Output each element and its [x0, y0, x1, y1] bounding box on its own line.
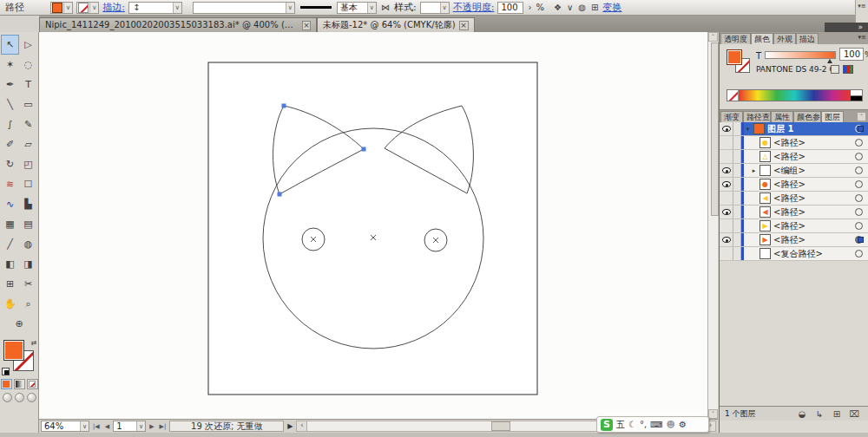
- stroke-link[interactable]: 描边:: [102, 1, 125, 14]
- lock-cell[interactable]: [733, 205, 741, 218]
- layer-row[interactable]: ●<路径>: [720, 136, 868, 150]
- lock-cell[interactable]: [733, 178, 741, 191]
- free-transform-tool[interactable]: ☐: [19, 174, 37, 194]
- stroke-variable-combo[interactable]: 基本 ∨: [337, 2, 377, 14]
- layer-row[interactable]: ▶<路径>: [720, 233, 868, 247]
- color-fill-stroke[interactable]: [727, 49, 753, 75]
- new-sublayer-icon[interactable]: ↳: [811, 409, 828, 419]
- layer-row[interactable]: ◀<路径>: [720, 192, 868, 205]
- none-mode-button[interactable]: [27, 379, 38, 389]
- status-expand-icon[interactable]: ▶: [286, 422, 294, 430]
- vertical-scrollbar[interactable]: ˄ ˅: [707, 32, 718, 419]
- tab-color-guide[interactable]: 颜色参: [793, 111, 821, 122]
- artboard-target-tool[interactable]: ⊕: [10, 314, 29, 334]
- lasso-tool[interactable]: ◌: [19, 55, 37, 75]
- user-icon[interactable]: ☻: [667, 420, 675, 429]
- lock-cell[interactable]: [733, 150, 741, 163]
- scroll-up-icon[interactable]: ˄: [708, 32, 718, 42]
- fill-swatch[interactable]: [3, 340, 24, 361]
- gradient-mode-button[interactable]: [14, 379, 25, 389]
- transform-link[interactable]: 变换: [602, 1, 621, 14]
- visibility-cell[interactable]: [720, 164, 733, 177]
- target-circle[interactable]: [855, 153, 863, 160]
- recolor-artwork-icon[interactable]: ❖: [553, 3, 562, 12]
- tab-appearance[interactable]: 外观: [773, 33, 796, 44]
- warp-tool[interactable]: ≋: [1, 174, 19, 194]
- paintbrush-tool[interactable]: ∫: [1, 114, 19, 134]
- default-fill-stroke-icon[interactable]: [2, 368, 10, 375]
- column-graph-tool[interactable]: ▙: [19, 194, 37, 214]
- stroke-color-combo[interactable]: ∨: [76, 2, 99, 14]
- visibility-cell[interactable]: [720, 150, 733, 163]
- fullscreen-menu-button[interactable]: [15, 393, 24, 402]
- target-circle[interactable]: [855, 166, 863, 174]
- sogou-logo-icon[interactable]: S: [601, 419, 613, 431]
- fullscreen-button[interactable]: [27, 393, 36, 402]
- blob-brush-tool[interactable]: ✐: [1, 134, 19, 154]
- live-paint-selection-tool[interactable]: ◨: [19, 254, 37, 274]
- last-artboard-button[interactable]: ▶|: [158, 423, 168, 430]
- visibility-cell[interactable]: [720, 122, 733, 135]
- target-circle[interactable]: [855, 250, 863, 258]
- width-profile-icon[interactable]: ⋈: [380, 3, 391, 12]
- white-black-swatches[interactable]: [851, 90, 862, 101]
- stepper-icon[interactable]: ↕: [132, 3, 141, 12]
- opacity-dropdown-icon[interactable]: ›: [527, 3, 532, 12]
- visibility-cell[interactable]: [720, 205, 733, 218]
- visibility-cell[interactable]: [720, 178, 733, 191]
- adjust-colors-icon[interactable]: ◍: [577, 3, 587, 12]
- vertical-scroll-thumb[interactable]: [711, 42, 719, 216]
- tint-slider-handle[interactable]: [827, 59, 832, 63]
- close-icon[interactable]: ×: [302, 21, 311, 30]
- scroll-down-icon[interactable]: ˅: [708, 409, 718, 419]
- next-artboard-button[interactable]: ▶: [148, 423, 155, 430]
- style-combo[interactable]: ∨: [420, 2, 450, 14]
- zoom-tool[interactable]: ⌕: [19, 294, 37, 314]
- lock-cell[interactable]: [733, 192, 741, 205]
- tab-color[interactable]: 颜色: [751, 33, 773, 44]
- layer-row[interactable]: ◀<路径>: [720, 205, 868, 219]
- prev-artboard-button[interactable]: ◀: [103, 423, 111, 430]
- close-icon[interactable]: ×: [459, 21, 469, 30]
- tab-transparency[interactable]: 透明度: [720, 33, 751, 44]
- stroke-weight-combo[interactable]: ↕ ∨: [128, 2, 182, 14]
- normal-screen-button[interactable]: [3, 393, 12, 402]
- opacity-input[interactable]: 100: [497, 2, 523, 14]
- document-tab-active[interactable]: 未标题-12* @ 64% (CMYK/轮廓) ×: [317, 17, 475, 32]
- none-swatch[interactable]: [727, 90, 739, 101]
- scroll-up-icon[interactable]: ˄: [857, 112, 866, 121]
- target-circle[interactable]: [855, 222, 863, 230]
- canvas[interactable]: [39, 32, 707, 419]
- tint-value-input[interactable]: 100: [839, 48, 864, 61]
- new-layer-icon[interactable]: ⊞: [828, 409, 845, 419]
- lock-cell[interactable]: [733, 233, 741, 246]
- target-circle[interactable]: [855, 194, 863, 202]
- rectangle-tool[interactable]: ▭: [19, 95, 37, 114]
- blend-tool[interactable]: ◍: [19, 234, 37, 254]
- chevron-down-icon[interactable]: ∨: [566, 3, 574, 12]
- fill-swatch[interactable]: [727, 49, 742, 65]
- pen-tool[interactable]: ✒: [1, 75, 19, 95]
- settings-wrench-icon[interactable]: ⚙: [679, 420, 687, 429]
- pencil-tool[interactable]: ✎: [19, 114, 37, 134]
- layer-row[interactable]: ▶<路径>: [720, 219, 868, 233]
- rotate-tool[interactable]: ↻: [1, 154, 19, 174]
- black-swatch[interactable]: [851, 96, 862, 101]
- clipping-mask-icon[interactable]: ◒: [793, 409, 811, 419]
- visibility-cell[interactable]: [720, 247, 733, 260]
- tab-pathfinder[interactable]: 路径查: [743, 111, 771, 122]
- fullwidth-moon-icon[interactable]: ☾: [628, 420, 636, 429]
- swap-fill-stroke-icon[interactable]: ⇄: [31, 339, 37, 347]
- document-tab-inactive[interactable]: Nipic_1411249_20100202003515033183.ai* @…: [39, 17, 317, 32]
- tab-layers[interactable]: 图层: [821, 111, 844, 122]
- direct-selection-tool[interactable]: ▷: [19, 35, 37, 55]
- spectrum-ramp[interactable]: [739, 90, 851, 101]
- layer-row[interactable]: <复合路径>: [720, 247, 868, 261]
- scroll-left-icon[interactable]: ‹: [297, 421, 307, 431]
- collapse-panels-button[interactable]: »: [825, 23, 868, 32]
- live-paint-bucket-tool[interactable]: ◧: [1, 254, 19, 274]
- eraser-tool[interactable]: ▱: [19, 134, 37, 154]
- lock-cell[interactable]: [733, 164, 741, 177]
- magic-wand-tool[interactable]: ✶: [1, 55, 19, 75]
- control-bar-menu[interactable]: ▾≡: [855, 0, 868, 23]
